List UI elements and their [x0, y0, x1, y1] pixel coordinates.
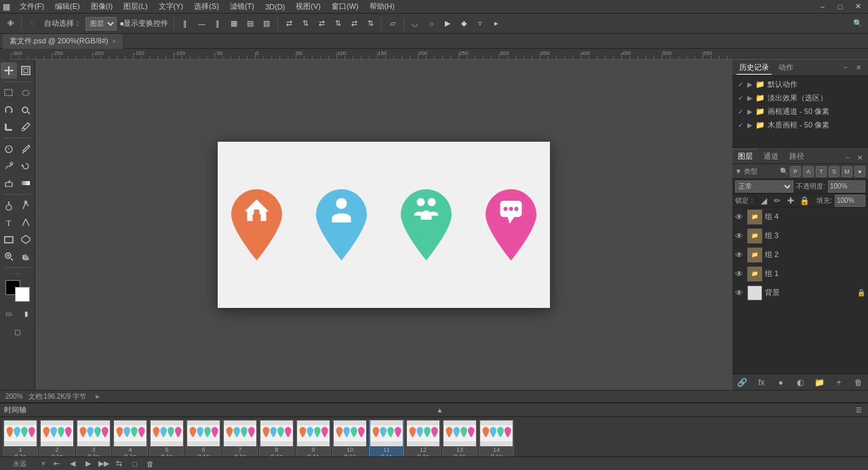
frame-delay-11[interactable]: 0.1s: [380, 453, 392, 456]
lock-all-button[interactable]: 🔒: [799, 195, 810, 206]
brush-tool[interactable]: [18, 141, 34, 157]
timeline-frame-6[interactable]: 60.1s: [186, 420, 221, 456]
distribute-left-button[interactable]: ⇄: [281, 16, 296, 31]
minimize-button[interactable]: −: [815, 0, 830, 14]
gradient-tool[interactable]: [18, 175, 34, 191]
frame-delay-10[interactable]: 0.1s: [344, 453, 355, 456]
timeline-frame-10[interactable]: 100.1s: [332, 420, 368, 456]
frame-delay-5[interactable]: 0.1s: [161, 453, 172, 456]
arrange-button[interactable]: ▱: [385, 16, 400, 31]
filter-smart-button[interactable]: M: [842, 166, 852, 177]
tl-next-frame-button[interactable]: ▶▶: [97, 458, 111, 469]
layer-vis-3[interactable]: 👁: [735, 269, 745, 279]
tool-extra2[interactable]: ○: [424, 16, 439, 31]
layer-delete-button[interactable]: 🗑: [852, 376, 865, 389]
timeline-collapse-button[interactable]: ▲: [435, 405, 446, 416]
layer-mask-button[interactable]: ●: [774, 376, 787, 389]
timeline-menu-button[interactable]: ☰: [853, 405, 864, 416]
distribute-bot-button[interactable]: ⇅: [363, 16, 378, 31]
filter-toggle-button[interactable]: ●: [854, 166, 865, 177]
quick-mask-off-button[interactable]: ▭: [1, 305, 17, 321]
layer-folder-button[interactable]: 📁: [813, 376, 827, 389]
lock-paint-button[interactable]: ✏: [772, 195, 783, 206]
tl-prev-frame-button[interactable]: ◀: [66, 458, 79, 469]
search-button[interactable]: 🔍: [850, 16, 865, 31]
background-color-swatch[interactable]: [15, 287, 30, 302]
layers-panel-minimize-button[interactable]: −: [842, 153, 853, 163]
quick-mask-on-button[interactable]: ▮: [18, 305, 35, 321]
distribute-top-button[interactable]: ⇅: [330, 16, 345, 31]
align-top-button[interactable]: ▦: [226, 16, 241, 31]
history-item-3[interactable]: ✓ ▶ 📁 木质画框 - 50 像素: [732, 118, 868, 132]
timeline-frame-13[interactable]: 130.1s: [442, 420, 477, 456]
frame-delay-6[interactable]: 0.1s: [197, 453, 209, 456]
menu-filter[interactable]: 滤镜(T): [224, 0, 260, 13]
frame-delay-4[interactable]: 0.1s: [124, 453, 136, 456]
menu-image[interactable]: 图像(I): [85, 0, 118, 13]
layer-vis-2[interactable]: 👁: [735, 250, 745, 260]
timeline-frame-9[interactable]: 90.1s: [296, 420, 331, 456]
layer-vis-1[interactable]: 👁: [735, 231, 745, 241]
tab-history[interactable]: 历史记录: [736, 61, 772, 75]
align-bottom-button[interactable]: ▨: [259, 16, 274, 31]
distribute-center-button[interactable]: ⇅: [298, 16, 313, 31]
timeline-frame-12[interactable]: 120.1s: [406, 420, 441, 456]
eyedropper-tool[interactable]: [18, 119, 34, 135]
menu-3d[interactable]: 3D(D): [260, 1, 290, 12]
crop-tool[interactable]: [1, 119, 17, 135]
opacity-input[interactable]: [828, 180, 865, 193]
tab-actions[interactable]: 动作: [776, 61, 796, 74]
align-middle-button[interactable]: ▤: [243, 16, 258, 31]
fill-input[interactable]: [835, 195, 865, 207]
marquee-rect-tool[interactable]: [1, 85, 17, 101]
history-item-1[interactable]: ✓ ▶ 📁 淡出效果（选区）: [732, 91, 868, 104]
frame-delay-1[interactable]: 0.1s: [14, 453, 26, 456]
tab-channels[interactable]: 通道: [758, 149, 784, 163]
align-left-button[interactable]: ‖: [178, 16, 193, 31]
frame-delay-9[interactable]: 0.1s: [307, 453, 319, 456]
blend-mode-select[interactable]: 正常: [735, 180, 793, 193]
maximize-button[interactable]: □: [833, 0, 848, 14]
timeline-frame-1[interactable]: 10.1s: [3, 420, 38, 456]
timeline-frame-11[interactable]: 110.1s: [369, 420, 404, 456]
layer-row-2[interactable]: 👁 📁 组 2: [732, 246, 868, 265]
layers-panel-close-button[interactable]: ✕: [854, 153, 865, 163]
close-button[interactable]: ✕: [850, 0, 865, 14]
show-transform-check[interactable]: ■ 显示变换控件: [118, 16, 170, 31]
hand-tool[interactable]: [18, 248, 34, 265]
layer-row-0[interactable]: 👁 📁 组 4: [732, 208, 868, 227]
history-item-2[interactable]: ✓ ▶ 📁 画框通道 - 50 像素: [732, 104, 868, 118]
timeline-frame-2[interactable]: 20.1s: [39, 420, 75, 456]
rectangle-shape-tool[interactable]: [1, 231, 17, 248]
dodge-tool[interactable]: [1, 197, 17, 214]
history-close-button[interactable]: ✕: [853, 62, 864, 73]
tl-tween-button[interactable]: ⇆: [113, 458, 126, 469]
history-brush-tool[interactable]: [18, 158, 34, 174]
tool-extra5[interactable]: ▿: [473, 16, 488, 31]
frame-delay-2[interactable]: 0.1s: [51, 453, 62, 456]
layer-row-4[interactable]: 👁 背景 🔒: [732, 283, 868, 302]
auto-select-button[interactable]: ◾: [25, 16, 40, 31]
frame-delay-7[interactable]: 0.1s: [234, 453, 245, 456]
tab-layers[interactable]: 图层: [732, 149, 758, 163]
distribute-right-button[interactable]: ⇄: [314, 16, 329, 31]
timeline-frame-4[interactable]: 40.1s: [113, 420, 148, 456]
timeline-frame-8[interactable]: 80.1s: [259, 420, 294, 456]
layer-vis-0[interactable]: 👁: [735, 212, 745, 222]
tl-loop-select[interactable]: 永远: [3, 458, 37, 469]
menu-window[interactable]: 窗口(W): [326, 0, 364, 13]
align-center-v-button[interactable]: ―: [194, 16, 209, 31]
eraser-tool[interactable]: [1, 175, 17, 191]
lasso-tool[interactable]: [1, 102, 17, 118]
tool-extra4[interactable]: ◆: [456, 16, 471, 31]
tl-play-button[interactable]: ▶: [81, 458, 95, 469]
move-tool[interactable]: [1, 62, 17, 79]
quick-select-tool[interactable]: [18, 102, 34, 118]
history-item-0[interactable]: ✓ ▶ 📁 默认动作: [732, 77, 868, 91]
filter-type-button[interactable]: T: [816, 166, 827, 177]
layer-new-button[interactable]: +: [832, 376, 846, 389]
layer-vis-4[interactable]: 👁: [735, 288, 745, 298]
tool-extra6[interactable]: ▸: [489, 16, 504, 31]
frame-delay-3[interactable]: 0.1s: [87, 453, 99, 456]
distribute-mid-button[interactable]: ⇄: [347, 16, 361, 31]
